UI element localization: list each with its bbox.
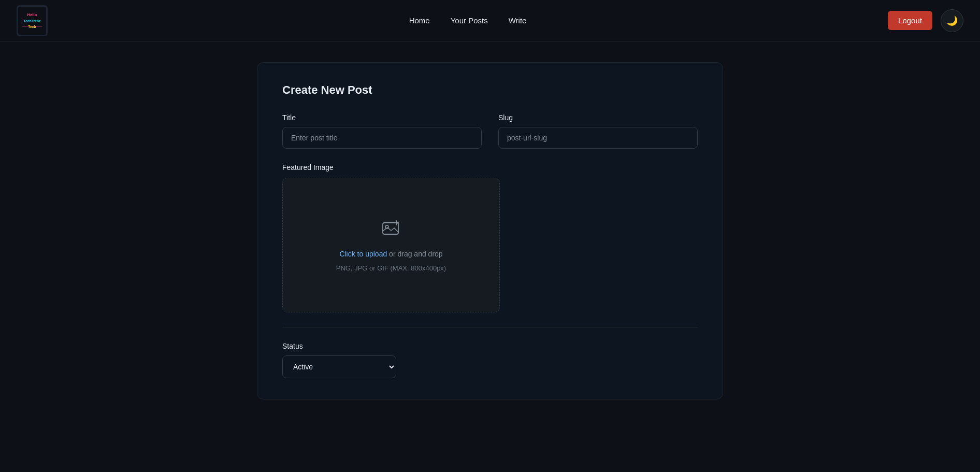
- status-section: Status Active Draft Inactive: [282, 342, 698, 378]
- status-select[interactable]: Active Draft Inactive: [282, 355, 396, 378]
- logout-button[interactable]: Logout: [888, 11, 932, 30]
- theme-toggle-button[interactable]: 🌙: [941, 9, 963, 32]
- title-slug-row: Title Slug: [282, 113, 698, 149]
- upload-click-label: Click to upload: [339, 250, 387, 258]
- nav-home[interactable]: Home: [409, 16, 430, 25]
- upload-text: Click to upload or drag and drop: [339, 250, 442, 258]
- upload-drag-label: or drag and drop: [387, 250, 442, 258]
- svg-text:TechTrenz: TechTrenz: [24, 19, 41, 22]
- upload-subtext: PNG, JPG or GIF (MAX. 800x400px): [336, 264, 446, 272]
- navbar: Hello TechTrenz Tech Home Your Posts Wri…: [0, 0, 980, 41]
- nav-write[interactable]: Write: [509, 16, 527, 25]
- svg-text:Hello: Hello: [27, 12, 37, 17]
- title-input[interactable]: [282, 127, 482, 149]
- featured-image-label: Featured Image: [282, 163, 698, 171]
- title-group: Title: [282, 113, 482, 149]
- main-content: Create New Post Title Slug Featured Imag…: [179, 41, 801, 420]
- slug-input[interactable]: [498, 127, 698, 149]
- divider: [282, 327, 698, 327]
- upload-zone[interactable]: Click to upload or drag and drop PNG, JP…: [282, 178, 500, 312]
- nav-your-posts[interactable]: Your Posts: [451, 16, 488, 25]
- status-label: Status: [282, 342, 698, 350]
- navbar-actions: Logout 🌙: [888, 9, 963, 32]
- featured-image-section: Featured Image Click to upload or drag a…: [282, 163, 698, 312]
- slug-group: Slug: [498, 113, 698, 149]
- title-label: Title: [282, 113, 482, 122]
- nav-links: Home Your Posts Write: [409, 16, 527, 25]
- moon-icon: 🌙: [946, 15, 958, 26]
- slug-label: Slug: [498, 113, 698, 122]
- form-heading: Create New Post: [282, 83, 698, 97]
- logo[interactable]: Hello TechTrenz Tech: [17, 5, 48, 36]
- upload-icon: [381, 219, 401, 244]
- create-post-card: Create New Post Title Slug Featured Imag…: [257, 62, 723, 399]
